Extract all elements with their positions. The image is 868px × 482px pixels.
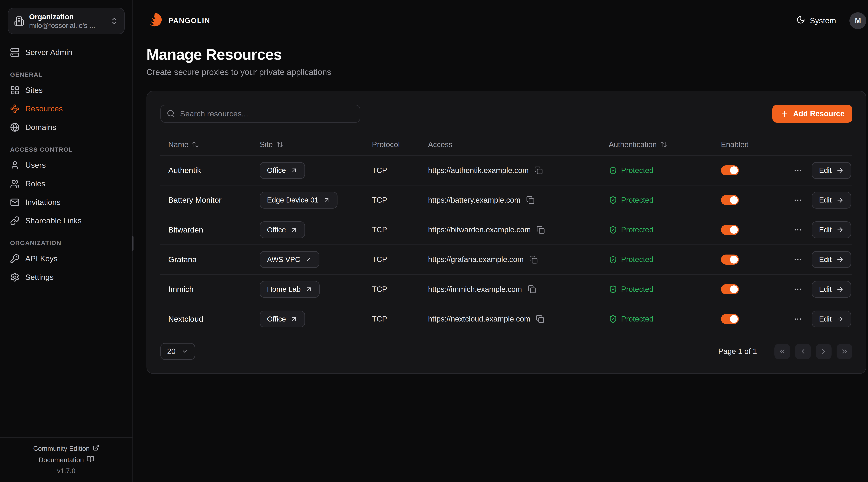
edit-label: Edit bbox=[819, 285, 832, 293]
copy-icon[interactable] bbox=[536, 315, 544, 323]
shield-check-icon bbox=[609, 315, 617, 323]
edit-button[interactable]: Edit bbox=[812, 251, 851, 268]
column-header-authentication[interactable]: Authentication bbox=[601, 140, 713, 149]
copy-icon[interactable] bbox=[529, 255, 538, 264]
column-header-site[interactable]: Site bbox=[252, 140, 364, 149]
row-menu-button[interactable] bbox=[791, 164, 805, 177]
search-box bbox=[160, 105, 360, 123]
auth-status-badge: Protected bbox=[609, 196, 654, 204]
last-page-button[interactable] bbox=[837, 344, 852, 359]
toggle-knob bbox=[730, 256, 738, 263]
add-resource-label: Add Resource bbox=[793, 109, 844, 118]
org-switcher[interactable]: Organization milo@fossorial.io's ... bbox=[8, 8, 125, 34]
documentation-link[interactable]: Documentation bbox=[38, 455, 94, 464]
edit-button[interactable]: Edit bbox=[812, 221, 851, 238]
sidebar-item-server-admin[interactable]: Server Admin bbox=[4, 43, 128, 62]
enabled-toggle[interactable] bbox=[721, 255, 739, 265]
access-url: https://authentik.example.com bbox=[428, 166, 529, 175]
first-page-button[interactable] bbox=[774, 344, 790, 359]
auth-status-badge: Protected bbox=[609, 226, 654, 234]
sidebar-item-settings[interactable]: Settings bbox=[4, 268, 128, 286]
brand[interactable]: PANGOLIN bbox=[147, 11, 210, 30]
site-link-button[interactable]: Home Lab bbox=[260, 281, 319, 298]
users-icon bbox=[10, 179, 20, 189]
next-page-button[interactable] bbox=[816, 344, 832, 359]
edit-label: Edit bbox=[819, 196, 832, 204]
shield-check-icon bbox=[609, 196, 617, 204]
user-avatar[interactable]: M bbox=[849, 12, 866, 29]
column-label: Enabled bbox=[721, 140, 749, 149]
row-menu-button[interactable] bbox=[791, 312, 805, 326]
row-menu-button[interactable] bbox=[791, 253, 805, 266]
site-link-button[interactable]: Office bbox=[260, 162, 305, 179]
toggle-knob bbox=[730, 196, 738, 204]
sidebar-item-domains[interactable]: Domains bbox=[4, 118, 128, 136]
access-url: https://immich.example.com bbox=[428, 285, 522, 294]
resource-name: Immich bbox=[168, 285, 193, 294]
org-text: Organization milo@fossorial.io's ... bbox=[29, 12, 105, 30]
theme-selector[interactable]: System bbox=[796, 15, 836, 26]
org-subtitle: milo@fossorial.io's ... bbox=[29, 21, 105, 30]
table-row: Immich Home Lab TCP https://immich.examp… bbox=[160, 274, 852, 304]
arrow-right-icon bbox=[836, 256, 844, 263]
sidebar-item-label: Invitations bbox=[25, 198, 61, 207]
theme-label: System bbox=[810, 16, 836, 25]
sidebar-item-sites[interactable]: Sites bbox=[4, 81, 128, 100]
chevron-down-icon bbox=[181, 348, 189, 355]
site-link-button[interactable]: Edge Device 01 bbox=[260, 192, 338, 208]
enabled-toggle[interactable] bbox=[721, 314, 739, 324]
access-url: https://bitwarden.example.com bbox=[428, 226, 531, 234]
enabled-toggle[interactable] bbox=[721, 165, 739, 175]
sidebar-item-shareable-links[interactable]: Shareable Links bbox=[4, 212, 128, 230]
table-row: Bitwarden Office TCP https://bitwarden.e… bbox=[160, 215, 852, 245]
column-header-access: Access bbox=[420, 140, 601, 149]
row-menu-button[interactable] bbox=[791, 193, 805, 207]
sidebar-item-invitations[interactable]: Invitations bbox=[4, 193, 128, 212]
sidebar-item-label: Users bbox=[25, 161, 45, 170]
sidebar-item-roles[interactable]: Roles bbox=[4, 174, 128, 193]
search-input[interactable] bbox=[160, 105, 360, 123]
toggle-knob bbox=[730, 226, 738, 234]
key-icon bbox=[10, 254, 20, 263]
edit-button[interactable]: Edit bbox=[812, 162, 851, 179]
sidebar-item-api-keys[interactable]: API Keys bbox=[4, 250, 128, 268]
sidebar-resize-handle[interactable] bbox=[132, 236, 134, 251]
arrow-right-icon bbox=[836, 315, 844, 323]
row-menu-button[interactable] bbox=[791, 283, 805, 296]
copy-icon[interactable] bbox=[526, 196, 534, 204]
sidebar-item-users[interactable]: Users bbox=[4, 156, 128, 174]
site-link-button[interactable]: AWS VPC bbox=[260, 251, 319, 268]
copy-icon[interactable] bbox=[534, 166, 543, 174]
enabled-toggle[interactable] bbox=[721, 225, 739, 235]
topbar-right: System M bbox=[796, 12, 866, 29]
sort-icon bbox=[276, 141, 283, 148]
copy-icon[interactable] bbox=[536, 226, 545, 234]
card-footer: 20 Page 1 of 1 bbox=[160, 343, 852, 360]
add-resource-button[interactable]: Add Resource bbox=[772, 105, 852, 123]
edit-button[interactable]: Edit bbox=[812, 192, 851, 208]
mail-icon bbox=[10, 197, 20, 207]
site-link-button[interactable]: Office bbox=[260, 311, 305, 327]
sidebar-item-label: Roles bbox=[25, 179, 45, 188]
community-edition-link[interactable]: Community Edition bbox=[33, 444, 99, 453]
page-size-select[interactable]: 20 bbox=[160, 343, 195, 360]
site-link-button[interactable]: Office bbox=[260, 221, 305, 238]
page-subtitle: Create secure proxies to your private ap… bbox=[147, 67, 866, 77]
column-label: Access bbox=[428, 140, 453, 149]
column-header-name[interactable]: Name bbox=[160, 140, 252, 149]
enabled-toggle[interactable] bbox=[721, 195, 739, 205]
edit-button[interactable]: Edit bbox=[812, 281, 851, 298]
sidebar-nav: Server Admin GENERAL Sites Resources Dom… bbox=[0, 36, 132, 437]
sidebar-item-resources[interactable]: Resources bbox=[4, 100, 128, 118]
access-url: https://battery.example.com bbox=[428, 196, 521, 204]
column-label: Authentication bbox=[609, 140, 657, 149]
copy-icon[interactable] bbox=[528, 285, 536, 293]
auth-status-label: Protected bbox=[621, 226, 654, 234]
edit-button[interactable]: Edit bbox=[812, 311, 851, 327]
row-menu-button[interactable] bbox=[791, 223, 805, 237]
column-label: Name bbox=[168, 140, 188, 149]
page-size-value: 20 bbox=[167, 347, 176, 356]
prev-page-button[interactable] bbox=[795, 344, 811, 359]
enabled-toggle[interactable] bbox=[721, 284, 739, 294]
arrow-up-right-icon bbox=[290, 226, 298, 233]
